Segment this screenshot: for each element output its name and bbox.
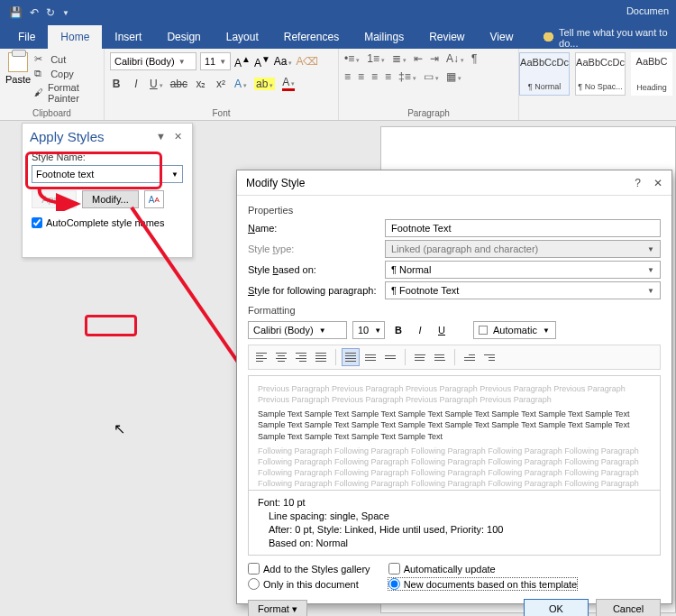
titlebar: 💾 ↶ ↻ ▼ Documen	[0, 0, 676, 25]
based-on-combo[interactable]: ¶ Normal▼	[385, 261, 661, 279]
font-color-icon[interactable]: A	[282, 76, 295, 91]
superscript-button[interactable]: x²	[215, 78, 227, 90]
showmarks-icon[interactable]: ¶	[471, 52, 477, 65]
fmt-color-combo[interactable]: Automatic▼	[473, 321, 556, 339]
name-input[interactable]: Footnote Text	[385, 219, 661, 237]
borders-icon[interactable]: ▦	[446, 70, 461, 83]
apply-styles-pane: Apply Styles ▼ ✕ Style Name: Footnote te…	[22, 123, 193, 258]
pane-dropdown-icon[interactable]: ▼	[156, 131, 169, 142]
paste-icon	[8, 52, 28, 72]
tab-mailings[interactable]: Mailings	[352, 25, 416, 49]
properties-header: Properties	[248, 205, 661, 216]
align-left-icon[interactable]: ≡	[344, 70, 351, 83]
shrink-font-icon[interactable]: A▼	[254, 54, 270, 69]
multilevel-icon[interactable]: ≣	[392, 52, 407, 65]
cancel-button[interactable]: Cancel	[596, 599, 661, 616]
tab-references[interactable]: References	[271, 25, 352, 49]
outdent-icon[interactable]: ⇤	[414, 52, 423, 65]
pane-close-icon[interactable]: ✕	[174, 131, 185, 142]
spacing-15[interactable]	[361, 348, 379, 366]
copy-button[interactable]: Copy	[34, 67, 98, 81]
modify-button[interactable]: Modify...	[82, 190, 139, 208]
tab-review[interactable]: Review	[416, 25, 477, 49]
paste-button[interactable]: Paste	[5, 52, 31, 105]
tab-insert[interactable]: Insert	[102, 25, 154, 49]
space-before-inc[interactable]	[411, 348, 429, 366]
style-nospacing[interactable]: AaBbCcDc¶ No Spac...	[575, 52, 626, 96]
fmt-underline[interactable]: U	[434, 322, 450, 338]
align-justify[interactable]	[312, 348, 330, 366]
tab-file[interactable]: File	[5, 25, 48, 49]
sort-icon[interactable]: A↓	[446, 52, 464, 65]
highlight-icon[interactable]: ab	[254, 78, 275, 90]
modify-style-dialog: Modify Style ?✕ Properties Name: Footnot…	[236, 170, 672, 604]
underline-button[interactable]: U	[150, 78, 163, 90]
indent-dec[interactable]	[461, 348, 479, 366]
group-styles: AaBbCcDc¶ Normal AaBbCcDc¶ No Spac... Aa…	[519, 49, 672, 120]
clear-format-icon[interactable]: A⌫	[296, 55, 318, 68]
shading-icon[interactable]: ▭	[424, 70, 439, 83]
autocomplete-checkbox[interactable]	[32, 217, 42, 228]
group-paragraph: •≡ 1≡ ≣ ⇤ ⇥ A↓ ¶ ≡ ≡ ≡ ≡ ‡≡ ▭ ▦ Paragrap…	[339, 49, 519, 120]
align-center[interactable]	[272, 348, 290, 366]
bulb-icon	[544, 32, 553, 43]
style-name-combo[interactable]: Footnote text▼	[32, 165, 183, 183]
ok-button[interactable]: OK	[524, 599, 589, 616]
format-button[interactable]: Format ▾	[248, 600, 307, 616]
format-painter-button[interactable]: Format Painter	[34, 81, 98, 105]
font-size-combo[interactable]: 11▼	[200, 52, 231, 70]
help-icon[interactable]: ?	[635, 177, 641, 189]
spacing-1[interactable]	[342, 348, 360, 366]
add-gallery-checkbox[interactable]: Add to the Styles gallery	[248, 563, 370, 575]
fmt-italic[interactable]: I	[412, 322, 428, 338]
new-documents-radio[interactable]: New documents based on this template	[388, 578, 578, 590]
grow-font-icon[interactable]: A▲	[234, 54, 251, 69]
fmt-size-combo[interactable]: 10▼	[352, 321, 385, 339]
line-spacing-icon[interactable]: ‡≡	[398, 70, 416, 83]
align-left[interactable]	[252, 348, 270, 366]
align-right[interactable]	[292, 348, 310, 366]
save-icon[interactable]: 💾	[9, 6, 23, 19]
pane-title: Apply Styles	[30, 129, 105, 144]
tab-home[interactable]: Home	[48, 25, 102, 49]
following-combo[interactable]: ¶ Footnote Text▼	[385, 281, 661, 299]
style-heading1[interactable]: AaBbCHeading	[631, 52, 672, 96]
styles-pane-icon[interactable]: AA	[144, 190, 164, 208]
dialog-title: Modify Style	[246, 177, 305, 189]
tab-layout[interactable]: Layout	[214, 25, 271, 49]
tab-view[interactable]: View	[478, 25, 526, 49]
fmt-bold[interactable]: B	[390, 322, 407, 338]
justify-icon[interactable]: ≡	[385, 70, 391, 83]
italic-button[interactable]: I	[130, 78, 142, 90]
change-case-icon[interactable]: Aa	[274, 55, 293, 68]
undo-icon[interactable]: ↶	[30, 6, 39, 19]
tell-me[interactable]: Tell me what you want to do...	[544, 27, 676, 49]
numbering-icon[interactable]: 1≡	[367, 52, 385, 65]
align-center-icon[interactable]: ≡	[358, 70, 364, 83]
group-font: Calibri (Body)▼ 11▼ A▲ A▼ Aa A⌫ B I U ab…	[105, 49, 339, 120]
formatting-header: Formatting	[248, 305, 661, 316]
only-document-radio[interactable]: Only in this document	[248, 578, 370, 590]
close-icon[interactable]: ✕	[653, 177, 662, 189]
font-family-combo[interactable]: Calibri (Body)▼	[110, 52, 196, 70]
apply-button[interactable]: Apply	[32, 190, 77, 208]
spacing-2[interactable]	[381, 348, 399, 366]
cut-button[interactable]: Cut	[34, 52, 98, 67]
indent-inc[interactable]	[480, 348, 498, 366]
space-before-dec[interactable]	[431, 348, 449, 366]
redo-icon[interactable]: ↻	[46, 6, 55, 19]
bold-button[interactable]: B	[110, 78, 123, 90]
style-normal[interactable]: AaBbCcDc¶ Normal	[519, 52, 570, 96]
fmt-font-combo[interactable]: Calibri (Body)▼	[248, 321, 347, 339]
text-effects-icon[interactable]: A	[234, 78, 247, 90]
tab-design[interactable]: Design	[154, 25, 213, 49]
indent-icon[interactable]: ⇥	[430, 52, 439, 65]
auto-update-checkbox[interactable]: Automatically update	[388, 563, 578, 575]
group-clipboard: Paste Cut Copy Format Painter Clipboard	[0, 49, 105, 120]
strike-button[interactable]: abc	[170, 78, 187, 90]
subscript-button[interactable]: x₂	[195, 78, 207, 90]
qat-dd-icon[interactable]: ▼	[62, 9, 69, 17]
bullets-icon[interactable]: •≡	[344, 52, 360, 65]
align-right-icon[interactable]: ≡	[371, 70, 378, 83]
group-label: Font	[110, 106, 333, 118]
